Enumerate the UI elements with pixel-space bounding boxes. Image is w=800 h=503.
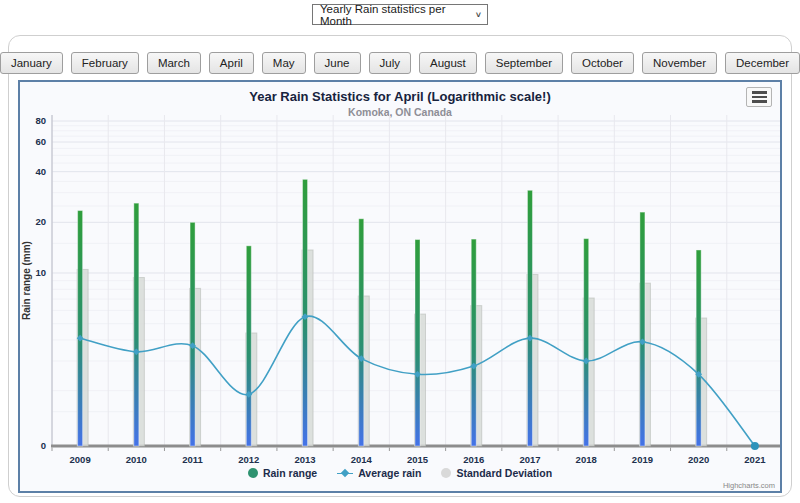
month-button-june[interactable]: June — [314, 52, 361, 74]
svg-text:2016: 2016 — [463, 454, 484, 465]
svg-text:2021: 2021 — [744, 454, 766, 465]
month-button-february[interactable]: February — [71, 52, 139, 74]
legend-label: Rain range — [263, 467, 317, 479]
month-button-october[interactable]: October — [571, 52, 634, 74]
average-rain-legend-line-icon — [337, 468, 353, 478]
stat-type-select-value: Yearly Rain statistics per Month — [320, 3, 475, 27]
highcharts-credits[interactable]: Highcharts.com — [723, 481, 775, 490]
svg-text:2015: 2015 — [407, 454, 429, 465]
svg-text:0: 0 — [41, 440, 46, 451]
legend-item-rain-range[interactable]: Rain range — [248, 467, 317, 479]
svg-text:2019: 2019 — [632, 454, 653, 465]
chevron-down-icon: ∨ — [475, 10, 482, 19]
svg-text:Rain range (mm): Rain range (mm) — [21, 241, 32, 320]
svg-text:40: 40 — [35, 166, 46, 177]
svg-text:2017: 2017 — [519, 454, 540, 465]
svg-text:2010: 2010 — [126, 454, 147, 465]
month-button-january[interactable]: January — [0, 52, 63, 74]
rain-range-legend-dot-icon — [248, 468, 258, 478]
svg-text:2013: 2013 — [294, 454, 315, 465]
page: Yearly Rain statistics per Month ∨ Janua… — [0, 0, 800, 503]
month-button-april[interactable]: April — [209, 52, 254, 74]
plot-area: 80604020100Rain range (mm)20092010201120… — [20, 82, 780, 491]
legend-item-standard-deviation[interactable]: Standard Deviation — [441, 467, 552, 479]
standard-deviation-legend-dot-icon — [441, 468, 451, 478]
svg-text:10: 10 — [35, 267, 46, 278]
legend-item-average-rain[interactable]: Average rain — [337, 467, 421, 479]
legend-label: Average rain — [358, 467, 421, 479]
month-button-september[interactable]: September — [485, 52, 563, 74]
month-button-may[interactable]: May — [262, 52, 306, 74]
legend-label: Standard Deviation — [456, 467, 552, 479]
month-button-row: January February March April May June Ju… — [0, 52, 800, 74]
svg-text:20: 20 — [35, 216, 46, 227]
month-button-august[interactable]: August — [419, 52, 477, 74]
chart-legend: Rain range Average rain Standard Deviati… — [20, 467, 780, 479]
svg-text:2011: 2011 — [182, 454, 203, 465]
svg-text:2020: 2020 — [688, 454, 709, 465]
month-button-march[interactable]: March — [147, 52, 201, 74]
month-button-november[interactable]: November — [642, 52, 717, 74]
svg-text:2018: 2018 — [576, 454, 597, 465]
svg-text:2012: 2012 — [238, 454, 259, 465]
stat-type-select[interactable]: Yearly Rain statistics per Month ∨ — [312, 4, 488, 25]
svg-text:2009: 2009 — [70, 454, 91, 465]
chart-container: Year Rain Statistics for April (Logarith… — [18, 80, 782, 493]
svg-text:80: 80 — [35, 115, 46, 126]
month-button-december[interactable]: December — [725, 52, 800, 74]
svg-text:2014: 2014 — [351, 454, 373, 465]
month-button-july[interactable]: July — [369, 52, 411, 74]
svg-text:60: 60 — [35, 136, 46, 147]
